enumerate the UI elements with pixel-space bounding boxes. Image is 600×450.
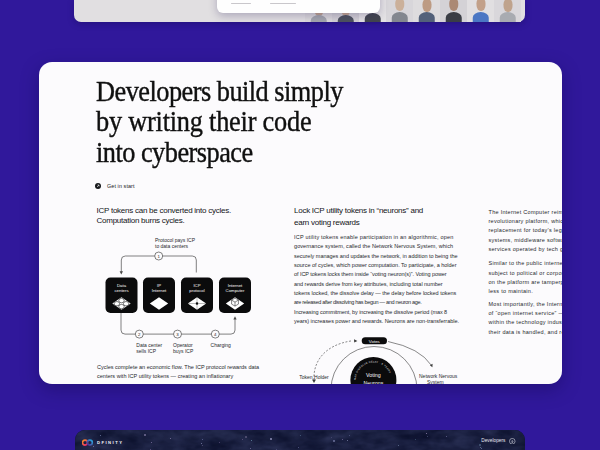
svg-text:protocol: protocol <box>189 288 204 293</box>
svg-text:ICP: ICP <box>193 282 200 287</box>
svg-text:Token Holder: Token Holder <box>299 373 329 379</box>
svg-text:centers: centers <box>114 288 128 293</box>
svg-text:Data center: Data center <box>136 342 162 348</box>
svg-text:Votes: Votes <box>369 338 381 343</box>
svg-text:Voting: Voting <box>366 371 381 377</box>
svg-text:buys ICP: buys ICP <box>173 348 194 354</box>
svg-text:to data centers: to data centers <box>155 242 189 248</box>
svg-text:sells ICP: sells ICP <box>136 348 156 354</box>
svg-text:Internet: Internet <box>152 288 167 293</box>
svg-text:Data: Data <box>117 282 127 287</box>
svg-text:Network Nervous: Network Nervous <box>419 372 458 378</box>
svg-text:Operator: Operator <box>173 342 193 348</box>
svg-text:System: System <box>427 379 444 384</box>
svg-text:Internet: Internet <box>228 282 243 287</box>
svg-text:IP: IP <box>157 282 161 287</box>
svg-text:Neurons: Neurons <box>363 379 383 383</box>
svg-text:Charging: Charging <box>211 342 232 348</box>
svg-text:DFINITY: DFINITY <box>97 441 123 446</box>
svg-text:Computer: Computer <box>226 288 245 293</box>
